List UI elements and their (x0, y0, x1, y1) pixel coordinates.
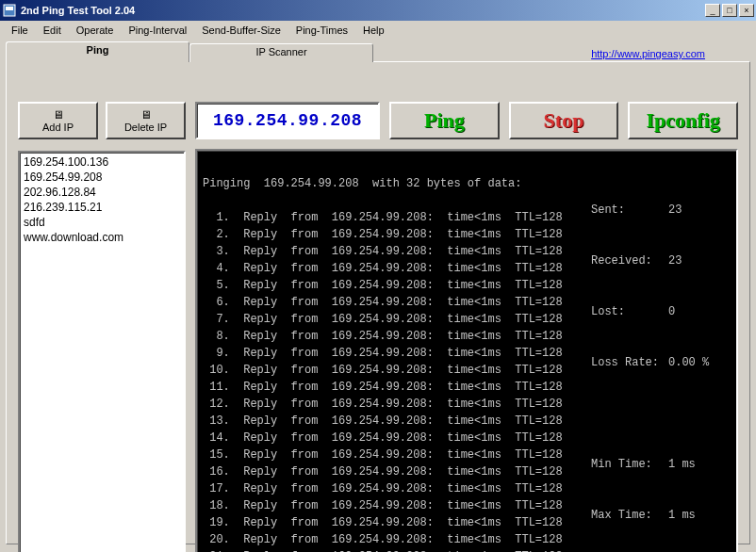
list-item[interactable]: sdfd (22, 215, 182, 230)
list-item[interactable]: 216.239.115.21 (22, 200, 182, 215)
svg-rect-1 (6, 7, 13, 10)
menu-file[interactable]: File (4, 23, 36, 38)
window-titlebar: 2nd Ping Test Tool 2.04 _ □ × (0, 0, 756, 21)
window-title: 2nd Ping Test Tool 2.04 (21, 5, 705, 16)
list-item[interactable]: 169.254.100.136 (22, 154, 182, 170)
add-ip-label: Add IP (42, 122, 74, 133)
tab-ping[interactable]: Ping (6, 41, 189, 62)
menu-ping-interval[interactable]: Ping-Interval (121, 23, 194, 38)
received-label: Received: (591, 252, 668, 269)
min-time-label: Min Time: (591, 456, 668, 473)
ip-input[interactable]: 169.254.99.208 (195, 102, 380, 139)
main-panel: 🖥 Add IP 🖥 Delete IP 169.254.100.136169.… (6, 61, 750, 544)
max-time-value: 1 ms (668, 507, 696, 524)
sent-value: 23 (668, 202, 682, 219)
ping-log: Pinging 169.254.99.208 with 32 bytes of … (203, 158, 591, 552)
sent-label: Sent: (591, 202, 668, 219)
menu-send-buffer-size[interactable]: Send-Buffer-Size (194, 23, 288, 38)
add-ip-button[interactable]: 🖥 Add IP (18, 102, 98, 139)
list-item[interactable]: 202.96.128.84 (22, 185, 182, 200)
app-icon (2, 3, 17, 18)
lost-label: Lost: (591, 303, 668, 320)
website-link[interactable]: http://www.pingeasy.com (591, 48, 705, 59)
max-time-label: Max Time: (591, 507, 668, 524)
received-value: 23 (668, 252, 682, 269)
menu-operate[interactable]: Operate (69, 23, 122, 38)
menu-ping-times[interactable]: Ping-Times (288, 23, 355, 38)
min-time-value: 1 ms (668, 456, 696, 473)
delete-ip-label: Delete IP (124, 122, 167, 133)
menu-edit[interactable]: Edit (36, 23, 69, 38)
list-item[interactable]: www.download.com (22, 230, 182, 245)
loss-rate-label: Loss Rate: (591, 354, 668, 371)
delete-ip-button[interactable]: 🖥 Delete IP (106, 102, 186, 139)
loss-rate-value: 0.00 % (668, 354, 709, 371)
add-ip-icon: 🖥 (53, 109, 64, 121)
ping-button[interactable]: Ping (389, 102, 500, 139)
tab-ip-scanner[interactable]: IP Scanner (189, 43, 373, 62)
ip-listbox[interactable]: 169.254.100.136169.254.99.208202.96.128.… (18, 151, 186, 552)
close-button[interactable]: × (739, 4, 754, 17)
terminal-output: Pinging 169.254.99.208 with 32 bytes of … (195, 149, 738, 552)
minimize-button[interactable]: _ (705, 4, 720, 17)
maximize-button[interactable]: □ (722, 4, 737, 17)
list-item[interactable]: 169.254.99.208 (22, 170, 182, 185)
stop-button[interactable]: Stop (509, 102, 619, 139)
stats-panel: Sent:23 Received:23 Lost:0 Loss Rate:0.0… (591, 158, 731, 552)
menu-bar: File Edit Operate Ping-Interval Send-Buf… (0, 21, 756, 40)
delete-ip-icon: 🖥 (140, 109, 152, 121)
lost-value: 0 (668, 303, 675, 320)
menu-help[interactable]: Help (355, 23, 392, 38)
ipconfig-button[interactable]: Ipconfig (628, 102, 738, 139)
